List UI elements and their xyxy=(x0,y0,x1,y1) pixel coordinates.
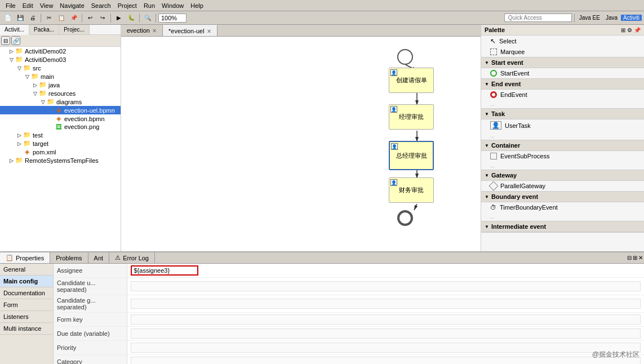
tab-evection-uel[interactable]: *evection-uel ✕ xyxy=(163,25,217,36)
palette-settings-btn[interactable]: ⚙ xyxy=(627,27,632,33)
form-key-input[interactable] xyxy=(131,314,641,325)
container-header[interactable]: ▼ Container xyxy=(481,140,644,151)
palette-pin-btn[interactable]: 📌 xyxy=(634,27,641,33)
end-event-header[interactable]: ▼ End event xyxy=(481,79,644,90)
redo-btn[interactable]: ↪ xyxy=(97,12,108,24)
activiti-persp[interactable]: Activiti xyxy=(621,15,642,21)
menu-window[interactable]: Window xyxy=(158,1,187,10)
category-input[interactable] xyxy=(131,357,641,364)
menu-file[interactable]: File xyxy=(2,1,19,10)
task-manager[interactable]: 👤 经理审批 xyxy=(389,104,434,130)
tree-resources[interactable]: ▽ 📁 resources xyxy=(0,89,121,97)
tree-java[interactable]: ▷ 📁 java xyxy=(0,81,121,89)
palette-item-start[interactable]: StartEvent xyxy=(481,68,644,78)
sidebar-main-config[interactable]: Main config xyxy=(0,276,53,287)
paste-btn[interactable]: 📌 xyxy=(68,12,79,24)
prop-category-value[interactable] xyxy=(127,355,644,365)
palette-item-marquee[interactable]: Marquee xyxy=(481,47,644,57)
tab-properties[interactable]: 📋 Properties xyxy=(0,252,50,263)
sidebar-general[interactable]: General xyxy=(0,264,53,276)
prop-candidate-groups-value[interactable] xyxy=(127,295,644,313)
tab-ant[interactable]: Ant xyxy=(88,252,110,263)
tree-activitidemo03[interactable]: ▽ 📁 ActivitiDemo03 xyxy=(0,55,121,64)
tree-evection-bpmn[interactable]: ◈ evection.bpmn xyxy=(0,114,121,123)
tree-main[interactable]: ▽ 📁 main xyxy=(0,72,121,81)
start-event[interactable] xyxy=(397,49,413,65)
prop-assignee-value[interactable] xyxy=(127,264,644,278)
tab-evection[interactable]: evection ✕ xyxy=(121,25,163,36)
assignee-input[interactable] xyxy=(131,265,198,276)
copy-btn[interactable]: 📋 xyxy=(56,12,67,24)
java-ee-persp[interactable]: Java EE xyxy=(577,15,602,21)
palette-item-usertask[interactable]: 👤 UserTask xyxy=(481,119,644,131)
due-date-input[interactable] xyxy=(131,329,641,339)
task-finance[interactable]: 👤 财务审批 xyxy=(389,177,434,203)
prop-priority-value[interactable] xyxy=(127,341,644,355)
task-header[interactable]: ▼ Task xyxy=(481,109,644,119)
search-btn[interactable]: 🔍 xyxy=(142,12,153,24)
palette-item-parallelgateway[interactable]: ParallelGateway xyxy=(481,181,644,191)
intermediate-header[interactable]: ▼ Intermediate event xyxy=(481,221,644,232)
task-general[interactable]: 👤 总经理审批 xyxy=(389,141,434,170)
tree-activitidemo02[interactable]: ▷ 📁 ActivitiDemo02 xyxy=(0,47,121,55)
sidebar-documentation[interactable]: Documentation xyxy=(0,287,53,299)
tab-packa[interactable]: Packa... xyxy=(29,25,59,34)
sidebar-form[interactable]: Form xyxy=(0,299,53,311)
tab-problems[interactable]: Problems xyxy=(50,252,88,263)
diagram-canvas[interactable]: 👤 创建请假单 👤 经理审批 👤 总经理审批 👤 财务审批 xyxy=(121,37,481,251)
menu-view[interactable]: View xyxy=(37,1,57,10)
tree-target[interactable]: ▷ 📁 target xyxy=(0,139,121,148)
tree-evection-uel-bpmn[interactable]: ◈ evection-uel.bpmn xyxy=(0,106,121,114)
candidate-users-input[interactable] xyxy=(131,281,641,291)
tab-evection-uel-close[interactable]: ✕ xyxy=(207,28,211,34)
bottom-close-btn[interactable]: ✕ xyxy=(638,255,643,261)
palette-item-timer[interactable]: ⏱ TimerBoundaryEvent xyxy=(481,202,644,212)
bottom-min-btn[interactable]: ⊟ xyxy=(627,255,632,261)
quick-access-input[interactable] xyxy=(504,14,572,22)
sidebar-multi-instance[interactable]: Multi instance xyxy=(0,323,53,335)
menu-edit[interactable]: Edit xyxy=(19,1,37,10)
link-editor-btn[interactable]: 🔗 xyxy=(11,36,20,45)
tab-evection-close[interactable]: ✕ xyxy=(152,28,157,34)
debug-btn[interactable]: 🐛 xyxy=(126,12,137,24)
tab-activit[interactable]: Activit... xyxy=(0,25,29,35)
tree-test[interactable]: ▷ 📁 test xyxy=(0,131,121,139)
menu-run[interactable]: Run xyxy=(140,1,158,10)
save-btn[interactable]: 💾 xyxy=(15,12,26,24)
cut-btn[interactable]: ✂ xyxy=(43,12,55,24)
tree-pom-xml[interactable]: ◈ pom.xml xyxy=(0,148,121,156)
palette-collapse-btn[interactable]: ⊞ xyxy=(621,27,625,33)
tab-projec[interactable]: Projec... xyxy=(59,25,90,34)
palette-item-end[interactable]: EndEvent xyxy=(481,90,644,100)
boundary-header[interactable]: ▼ Boundary event xyxy=(481,192,644,202)
java-persp[interactable]: Java xyxy=(603,15,620,21)
candidate-groups-input[interactable] xyxy=(131,299,641,309)
tree-src[interactable]: ▽ 📁 src xyxy=(0,64,121,72)
prop-candidate-users-value[interactable] xyxy=(127,278,644,295)
start-event-header[interactable]: ▼ Start event xyxy=(481,57,644,68)
menu-project[interactable]: Project xyxy=(114,1,140,10)
end-event[interactable] xyxy=(397,210,413,226)
prop-form-key-value[interactable] xyxy=(127,313,644,327)
menu-navigate[interactable]: Navigate xyxy=(56,1,87,10)
priority-input[interactable] xyxy=(131,343,641,353)
palette-item-subprocess[interactable]: EventSubProcess xyxy=(481,151,644,161)
collapse-all-btn[interactable]: ⊟ xyxy=(1,36,10,45)
sidebar-listeners[interactable]: Listeners xyxy=(0,311,53,323)
undo-btn[interactable]: ↩ xyxy=(85,12,96,24)
palette-item-select[interactable]: ↖ Select xyxy=(481,35,644,47)
new-btn[interactable]: 📄 xyxy=(2,12,14,24)
tree-evection-png[interactable]: 🖼 evection.png xyxy=(0,123,121,131)
tree-remote[interactable]: ▷ 📁 RemoteSystemsTempFiles xyxy=(0,156,121,165)
tab-errorlog[interactable]: ⚠ Error Log xyxy=(109,252,155,263)
menu-help[interactable]: Help xyxy=(187,1,207,10)
tree-diagrams[interactable]: ▽ 📁 diagrams xyxy=(0,97,121,106)
prop-due-date-value[interactable] xyxy=(127,327,644,341)
menu-search[interactable]: Search xyxy=(88,1,114,10)
run-btn[interactable]: ▶ xyxy=(113,12,125,24)
print-btn[interactable]: 🖨 xyxy=(27,12,38,24)
task-create[interactable]: 👤 创建请假单 xyxy=(389,68,434,93)
bottom-max-btn[interactable]: ⊞ xyxy=(633,255,637,261)
zoom-input[interactable] xyxy=(158,14,186,23)
gateway-header[interactable]: ▼ Gateway xyxy=(481,170,644,181)
